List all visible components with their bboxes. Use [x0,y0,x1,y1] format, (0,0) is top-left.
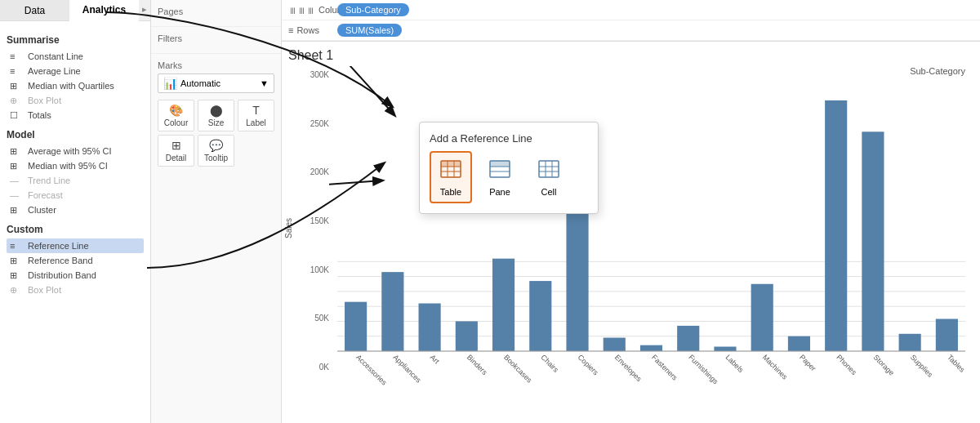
svg-text:Tables: Tables [946,353,967,374]
trend-line-icon: — [10,176,23,185]
marks-label: Marks [158,60,274,70]
svg-text:Paper: Paper [798,353,817,372]
panel-pin[interactable]: ▸ [139,0,150,20]
trend-line-item: — Trend Line [7,173,144,188]
bar-appliances[interactable] [381,272,403,351]
svg-text:Accessories: Accessories [354,353,389,387]
box-plot-item-custom: ⊕ Box Plot [7,283,144,297]
bar-art[interactable] [419,304,441,351]
size-label: Size [208,118,224,127]
marks-dropdown-icon: 📊 [163,77,177,90]
constant-line-item[interactable]: ≡ Constant Line [7,49,144,64]
popup-title: Add a Reference Line [430,132,588,145]
summarise-title: Summarise [7,34,144,46]
main-area: ⫼⫼⫼ Columns Sub-Category ≡ Rows SUM(Sale… [282,0,980,423]
bar-fasteners[interactable] [640,345,662,351]
svg-text:Appliances: Appliances [391,353,423,385]
forecast-item: — Forecast [7,188,144,203]
svg-text:Fasteners: Fasteners [650,353,679,382]
bar-accessories[interactable] [345,302,367,351]
bar-labels[interactable] [714,347,736,351]
shelves: ⫼⫼⫼ Columns Sub-Category ≡ Rows SUM(Sale… [282,0,980,42]
median-quartiles-item[interactable]: ⊞ Median with Quartiles [7,78,144,93]
median-95ci-item[interactable]: ⊞ Median with 95% CI [7,158,144,173]
y-tick-250k: 250K [310,119,329,128]
svg-text:Phones: Phones [835,353,858,376]
distribution-band-item[interactable]: ⊞ Distribution Band [7,268,144,283]
custom-title: Custom [7,224,144,235]
svg-text:Supplies: Supplies [909,353,935,379]
cell-option-label: Cell [541,187,557,197]
svg-text:Copiers: Copiers [577,353,600,376]
average-line-item[interactable]: ≡ Average Line [7,64,144,78]
colour-label: Colour [164,118,188,127]
bar-bookcases[interactable] [492,259,514,351]
reference-line-popup: Add a Reference Line [419,122,599,214]
colour-icon: 🎨 [169,104,183,117]
bar-furnishings[interactable] [677,326,699,351]
popup-option-pane[interactable]: Pane [479,151,521,203]
table-option-icon [439,158,462,185]
box-plot-item-summarise: ⊕ Box Plot [7,93,144,108]
y-axis-label: Sales [284,218,293,238]
bar-envelopes[interactable] [604,338,626,351]
marks-label-btn[interactable]: T Label [238,100,274,131]
marks-colour-btn[interactable]: 🎨 Colour [158,100,194,131]
label-icon: T [252,104,260,117]
bar-binders[interactable] [456,321,478,351]
bar-tables[interactable] [936,319,958,351]
bar-machines[interactable] [751,284,773,351]
popup-option-cell[interactable]: Cell [528,151,570,203]
y-tick-200k: 200K [310,167,329,176]
label-label: Label [246,118,265,127]
marks-dropdown-arrow: ▼ [260,78,269,88]
marks-size-btn[interactable]: ⬤ Size [198,100,234,131]
pages-label: Pages [158,7,274,16]
middle-panel: Pages Filters Marks 📊 Automatic ▼ 🎨 Colo… [151,0,282,423]
cluster-item[interactable]: ⊞ Cluster [7,203,144,217]
y-axis: Sales 300K 250K 200K 150K 100K 50K 0K [288,66,329,416]
bar-chairs[interactable] [529,281,551,351]
avg-95ci-item[interactable]: ⊞ Average with 95% CI [7,144,144,158]
pane-option-icon [488,158,511,185]
svg-rect-35 [539,161,559,177]
svg-rect-26 [441,161,461,167]
median-95ci-icon: ⊞ [10,161,23,171]
constant-line-icon: ≡ [10,51,23,61]
columns-pill[interactable]: Sub-Category [337,3,409,16]
bar-phones[interactable] [825,100,847,351]
tab-analytics[interactable]: Analytics [69,0,139,21]
size-icon: ⬤ [210,104,223,117]
bar-supplies[interactable] [899,334,921,351]
popup-options: Table Pane [430,151,588,203]
y-tick-150k: 150K [310,216,329,225]
rows-icon: ≡ [288,25,293,35]
columns-label: ⫼⫼⫼ Columns [288,5,337,15]
totals-item[interactable]: ☐ Totals [7,108,144,122]
svg-text:Furnishings: Furnishings [687,353,719,385]
sub-category-label: Sub-Category [910,66,965,76]
marks-detail-btn[interactable]: ⊞ Detail [158,135,194,167]
columns-shelf: ⫼⫼⫼ Columns Sub-Category [282,0,980,20]
popup-option-table[interactable]: Table [430,151,472,203]
cluster-icon: ⊞ [10,205,23,215]
bar-storage[interactable] [862,131,884,351]
table-option-label: Table [440,187,461,197]
columns-icon: ⫼⫼⫼ [288,5,315,15]
svg-text:Art: Art [429,353,442,366]
rows-pill[interactable]: SUM(Sales) [337,24,402,37]
panel-content: Summarise ≡ Constant Line ≡ Average Line… [0,21,150,423]
bar-paper[interactable] [788,336,810,351]
tooltip-label: Tooltip [204,154,228,163]
y-tick-300k: 300K [310,70,329,79]
marks-grid: 🎨 Colour ⬤ Size T Label ⊞ Detail 💬 Toolt… [158,100,274,167]
tab-data[interactable]: Data [0,0,69,20]
marks-dropdown[interactable]: 📊 Automatic ▼ [158,73,274,93]
chart-svg-container: AccessoriesAppliancesArtBindersBookcases… [329,66,973,416]
reference-band-item[interactable]: ⊞ Reference Band [7,253,144,268]
rows-label: ≡ Rows [288,25,337,35]
forecast-icon: — [10,190,23,200]
reference-line-item[interactable]: ≡ Reference Line [7,238,144,253]
marks-tooltip-btn[interactable]: 💬 Tooltip [198,135,234,167]
filters-section: Filters [151,27,281,54]
